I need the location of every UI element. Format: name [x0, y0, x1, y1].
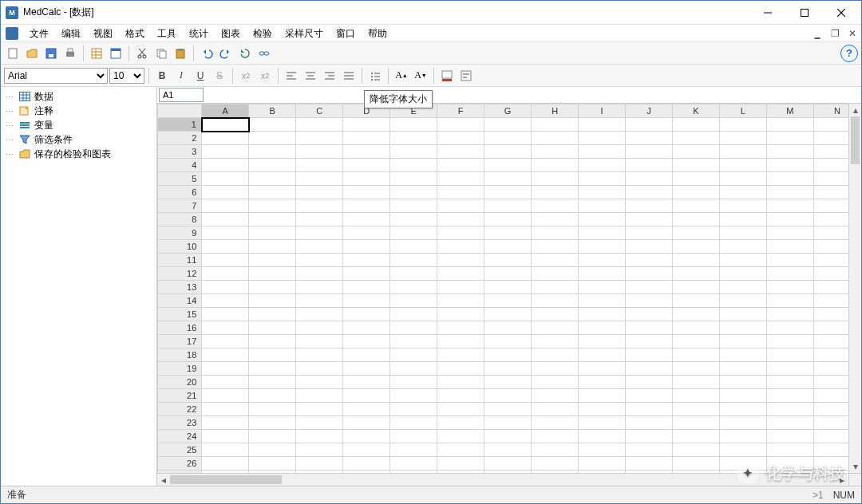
cell[interactable] — [202, 186, 249, 199]
cell[interactable] — [532, 403, 579, 416]
cell[interactable] — [437, 348, 484, 362]
cell[interactable] — [766, 376, 813, 389]
cell[interactable] — [672, 348, 719, 362]
cell[interactable] — [579, 145, 626, 159]
cell[interactable] — [625, 362, 672, 376]
cell[interactable] — [202, 145, 249, 159]
cell[interactable] — [532, 430, 579, 443]
cell[interactable] — [625, 118, 672, 132]
cell[interactable] — [719, 240, 766, 254]
cell[interactable] — [296, 443, 343, 457]
cell[interactable] — [766, 172, 813, 186]
cell[interactable] — [625, 226, 672, 240]
cell[interactable] — [532, 254, 579, 267]
cell[interactable] — [579, 457, 626, 471]
cell[interactable] — [343, 362, 390, 376]
italic-button[interactable]: I — [172, 67, 190, 85]
row-header[interactable]: 23 — [158, 416, 202, 430]
cell[interactable] — [719, 226, 766, 240]
cell[interactable] — [296, 308, 343, 321]
subscript-button[interactable]: x2 — [237, 67, 255, 85]
cell[interactable] — [579, 335, 626, 348]
cell[interactable] — [484, 159, 532, 172]
cell[interactable] — [579, 389, 626, 403]
cell[interactable] — [579, 240, 626, 254]
menu-sample-size[interactable]: 采样尺寸 — [279, 25, 330, 41]
cell[interactable] — [532, 348, 579, 362]
cell[interactable] — [625, 416, 672, 430]
cell[interactable] — [672, 362, 719, 376]
cell[interactable] — [484, 199, 532, 213]
cell[interactable] — [390, 335, 437, 348]
print-button[interactable] — [61, 45, 79, 62]
cell[interactable] — [625, 443, 672, 457]
cell[interactable] — [484, 335, 532, 348]
cell[interactable] — [343, 159, 390, 172]
cell[interactable] — [484, 172, 532, 186]
menu-charts[interactable]: 图表 — [215, 25, 247, 41]
cell[interactable] — [390, 159, 437, 172]
cell[interactable] — [296, 172, 343, 186]
save-button[interactable] — [42, 45, 60, 62]
cell[interactable] — [296, 457, 343, 471]
cell[interactable] — [202, 430, 249, 443]
cell[interactable] — [719, 362, 766, 376]
cell[interactable] — [719, 403, 766, 416]
cell[interactable] — [296, 416, 343, 430]
sidebar-item-notes[interactable]: ⋯ 注释 — [1, 104, 156, 117]
cell[interactable] — [579, 159, 626, 172]
cell[interactable] — [484, 376, 532, 389]
cell[interactable] — [202, 267, 249, 281]
cell[interactable] — [579, 321, 626, 335]
cell[interactable] — [249, 145, 296, 159]
cell[interactable] — [625, 254, 672, 267]
cell[interactable] — [672, 145, 719, 159]
cell[interactable] — [343, 254, 390, 267]
cell[interactable] — [532, 294, 579, 308]
cell[interactable] — [532, 321, 579, 335]
cell[interactable] — [766, 145, 813, 159]
cell[interactable] — [672, 430, 719, 443]
row-header[interactable]: 7 — [158, 199, 202, 213]
cell[interactable] — [766, 199, 813, 213]
cell[interactable] — [672, 281, 719, 294]
menu-view[interactable]: 视图 — [87, 25, 119, 41]
cell[interactable] — [672, 443, 719, 457]
row-header[interactable]: 5 — [158, 172, 202, 186]
cell[interactable] — [343, 199, 390, 213]
cell[interactable] — [296, 267, 343, 281]
sidebar-item-data[interactable]: ⋯ 数据 — [1, 90, 156, 103]
cell[interactable] — [249, 281, 296, 294]
cell[interactable] — [202, 376, 249, 389]
row-header[interactable]: 15 — [158, 308, 202, 321]
cell[interactable] — [579, 267, 626, 281]
cell[interactable] — [766, 430, 813, 443]
cell[interactable] — [249, 240, 296, 254]
cell[interactable] — [249, 132, 296, 145]
cell[interactable] — [249, 403, 296, 416]
cell[interactable] — [296, 389, 343, 403]
cell[interactable] — [484, 294, 532, 308]
cell[interactable] — [343, 145, 390, 159]
redo-button[interactable] — [217, 45, 235, 62]
cell[interactable] — [625, 376, 672, 389]
cell[interactable] — [249, 335, 296, 348]
cell[interactable] — [437, 376, 484, 389]
cell[interactable] — [766, 213, 813, 226]
fill-color-button[interactable] — [438, 67, 456, 85]
cell[interactable] — [390, 308, 437, 321]
vertical-scrollbar[interactable]: ▴ ▾ — [848, 104, 861, 473]
cell[interactable] — [390, 376, 437, 389]
cell[interactable] — [719, 335, 766, 348]
cell[interactable] — [672, 321, 719, 335]
cell[interactable] — [343, 226, 390, 240]
cell[interactable] — [343, 403, 390, 416]
cell[interactable] — [579, 403, 626, 416]
cell[interactable] — [343, 240, 390, 254]
cell[interactable] — [532, 416, 579, 430]
data-grid-button[interactable] — [88, 45, 105, 62]
row-header[interactable]: 16 — [158, 321, 202, 335]
cell[interactable] — [579, 118, 626, 132]
cell[interactable] — [202, 416, 249, 430]
cell[interactable] — [437, 186, 484, 199]
